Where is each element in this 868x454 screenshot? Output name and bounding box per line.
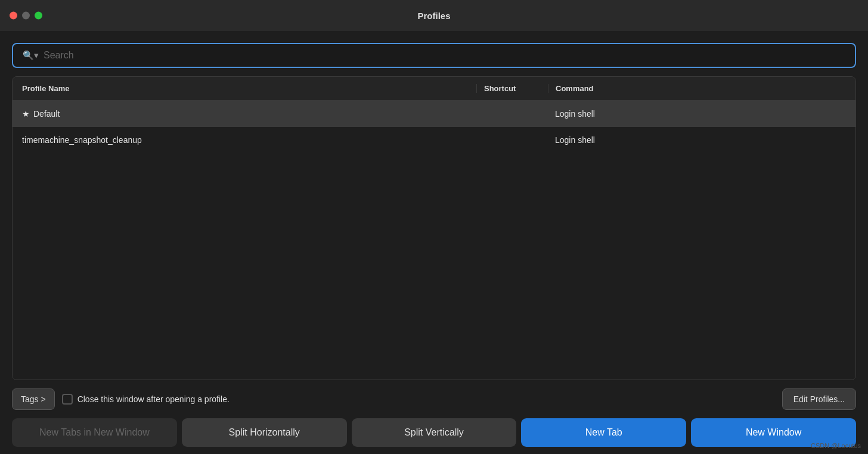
split-horizontally-button[interactable]: Split Horizontally (182, 418, 347, 447)
column-profile-name: Profile Name (22, 84, 476, 93)
edit-profiles-button[interactable]: Edit Profiles... (782, 388, 856, 410)
profiles-table: Profile Name Shortcut Command ★ Default … (12, 76, 856, 380)
watermark: CSDN @Locutus (811, 442, 861, 449)
row-profile-name: ★ Default (22, 109, 476, 119)
minimize-button[interactable] (22, 12, 30, 20)
table-row[interactable]: timemachine_snapshot_cleanup Login shell (13, 127, 855, 153)
title-bar: Profiles (0, 0, 868, 31)
table-row[interactable]: ★ Default Login shell (13, 101, 855, 127)
search-bar-wrapper: 🔍▾ (12, 43, 856, 68)
search-input[interactable] (44, 50, 845, 61)
close-window-label: Close this window after opening a profil… (62, 394, 230, 405)
close-button[interactable] (10, 12, 17, 20)
search-bar-container: 🔍▾ (12, 43, 856, 68)
new-tab-button[interactable]: New Tab (521, 418, 686, 447)
column-shortcut: Shortcut (476, 84, 548, 93)
action-buttons-bar: New Tabs in New Window Split Horizontall… (12, 418, 856, 454)
search-icon: 🔍▾ (23, 50, 39, 61)
window-controls (10, 12, 42, 20)
split-vertically-button[interactable]: Split Vertically (352, 418, 517, 447)
table-body: ★ Default Login shell timemachine_snapsh… (13, 101, 855, 380)
main-content: 🔍▾ Profile Name Shortcut Command ★ Defau… (0, 31, 868, 454)
close-window-checkbox[interactable] (62, 394, 73, 405)
bottom-left: Tags > Close this window after opening a… (12, 388, 230, 410)
new-tabs-new-window-button: New Tabs in New Window (12, 418, 177, 447)
row-command: Login shell (548, 135, 846, 145)
row-command: Login shell (548, 109, 846, 119)
maximize-button[interactable] (35, 12, 42, 20)
star-icon: ★ (22, 109, 30, 119)
row-profile-name: timemachine_snapshot_cleanup (22, 135, 476, 145)
tags-button[interactable]: Tags > (12, 388, 55, 410)
table-header: Profile Name Shortcut Command (13, 77, 855, 101)
column-command: Command (548, 84, 846, 93)
bottom-bar: Tags > Close this window after opening a… (12, 388, 856, 418)
window-title: Profiles (417, 11, 450, 21)
